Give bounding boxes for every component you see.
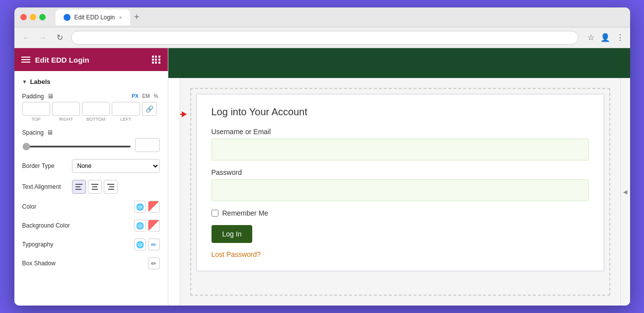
alignment-buttons bbox=[72, 180, 118, 194]
section-title: Labels bbox=[30, 78, 50, 85]
lost-password-link[interactable]: Lost Password? bbox=[212, 250, 261, 258]
nav-icons: ☆ 👤 ⋮ bbox=[587, 33, 624, 42]
password-label: Password bbox=[212, 168, 589, 176]
section-collapse-arrow: ▼ bbox=[22, 79, 27, 84]
typography-row: Typography 🌐 ✏ bbox=[22, 238, 160, 250]
back-button[interactable]: ← bbox=[20, 32, 32, 44]
padding-top-input[interactable] bbox=[22, 102, 50, 116]
sidebar-content: ▼ Labels Padding 🖥 PX EM % bbox=[14, 71, 168, 306]
unit-buttons: PX EM % bbox=[130, 93, 159, 99]
address-bar[interactable] bbox=[71, 31, 578, 45]
unit-px-button[interactable]: PX bbox=[130, 93, 140, 99]
slider-container bbox=[22, 141, 131, 150]
top-label: TOP bbox=[22, 117, 50, 122]
typography-edit-button[interactable]: ✏ bbox=[148, 238, 160, 250]
border-type-select[interactable]: None bbox=[72, 159, 160, 173]
typography-globe-button[interactable]: 🌐 bbox=[134, 238, 146, 250]
spacing-monitor-icon: 🖥 bbox=[47, 129, 53, 136]
minimize-button[interactable] bbox=[30, 14, 36, 20]
color-label: Color bbox=[22, 203, 87, 210]
arrow-indicator bbox=[180, 114, 186, 115]
login-button[interactable]: Log In bbox=[212, 225, 253, 243]
remember-me-checkbox[interactable] bbox=[212, 210, 218, 217]
color-swatch-button[interactable] bbox=[148, 201, 160, 213]
maximize-button[interactable] bbox=[39, 14, 46, 20]
align-right-button[interactable] bbox=[104, 180, 118, 194]
bg-color-label: Background Color bbox=[22, 222, 87, 229]
star-button[interactable]: ☆ bbox=[587, 33, 594, 42]
login-form-widget: Log into Your Account Username or Email … bbox=[196, 94, 604, 271]
svg-rect-2 bbox=[75, 189, 81, 190]
color-row: Color 🌐 bbox=[22, 201, 160, 213]
box-shadow-row: Box Shadow ✏ bbox=[22, 257, 160, 269]
labels-section-header[interactable]: ▼ Labels bbox=[22, 78, 160, 85]
content-body: Log into Your Account Username or Email … bbox=[168, 78, 630, 306]
traffic-lights bbox=[20, 14, 46, 20]
menu-button[interactable]: ⋮ bbox=[616, 33, 624, 42]
spacing-row bbox=[22, 138, 160, 152]
password-input[interactable] bbox=[212, 179, 589, 201]
padding-label-row: Padding 🖥 PX EM % bbox=[22, 92, 160, 100]
spacing-input[interactable] bbox=[135, 138, 160, 152]
tab-title: Edit EDD Login bbox=[74, 14, 115, 21]
unit-em-button[interactable]: EM bbox=[141, 93, 151, 99]
padding-left-input[interactable] bbox=[112, 102, 140, 116]
svg-rect-8 bbox=[108, 189, 114, 190]
typography-buttons: 🌐 ✏ bbox=[134, 238, 160, 250]
padding-grid: 🔗 bbox=[22, 102, 160, 116]
login-form-title: Log into Your Account bbox=[212, 106, 589, 118]
padding-link-button[interactable]: 🔗 bbox=[142, 102, 157, 116]
padding-bottom-input[interactable] bbox=[82, 102, 110, 116]
right-label: RIGHT bbox=[52, 117, 80, 122]
padding-right-input[interactable] bbox=[52, 102, 80, 116]
color-globe-button[interactable]: 🌐 bbox=[134, 201, 146, 213]
border-type-label: Border Type bbox=[22, 162, 72, 169]
spacing-slider[interactable] bbox=[22, 146, 131, 148]
content-area: Log into Your Account Username or Email … bbox=[168, 48, 630, 306]
remember-me-row: Remember Me bbox=[212, 209, 589, 217]
unit-pct-button[interactable]: % bbox=[152, 93, 160, 99]
bg-color-swatch-button[interactable] bbox=[148, 220, 160, 232]
spacing-form-row: Spacing 🖥 bbox=[22, 129, 160, 152]
padding-row: Padding 🖥 PX EM % 🔗 bbox=[22, 92, 160, 122]
align-center-button[interactable] bbox=[88, 180, 102, 194]
typography-label: Typography bbox=[22, 241, 87, 248]
username-input[interactable] bbox=[212, 139, 589, 160]
grid-icon[interactable] bbox=[152, 56, 161, 64]
active-tab[interactable]: Edit EDD Login × bbox=[56, 9, 130, 25]
align-left-button[interactable] bbox=[72, 180, 86, 194]
profile-button[interactable]: 👤 bbox=[600, 33, 610, 42]
hamburger-icon[interactable] bbox=[21, 57, 30, 63]
new-tab-button[interactable]: + bbox=[132, 12, 142, 22]
sidebar-title: Edit EDD Login bbox=[35, 56, 89, 64]
forward-button[interactable]: → bbox=[37, 32, 49, 44]
box-shadow-edit-button[interactable]: ✏ bbox=[148, 257, 160, 269]
title-bar: Edit EDD Login × + bbox=[14, 7, 630, 27]
refresh-button[interactable]: ↻ bbox=[54, 32, 66, 44]
remember-me-label: Remember Me bbox=[222, 209, 269, 217]
tab-favicon bbox=[64, 14, 71, 21]
color-buttons: 🌐 bbox=[134, 201, 160, 213]
right-panel-toggle[interactable]: ◀ bbox=[620, 78, 630, 306]
svg-rect-0 bbox=[75, 184, 82, 185]
padding-labels: TOP RIGHT BOTTOM LEFT bbox=[22, 117, 160, 122]
border-type-row: Border Type None bbox=[22, 159, 160, 173]
spacing-label-row: Spacing 🖥 bbox=[22, 129, 160, 136]
padding-monitor-icon: 🖥 bbox=[47, 92, 54, 100]
text-alignment-label: Text Alignment bbox=[22, 183, 72, 190]
tab-close-icon[interactable]: × bbox=[119, 14, 122, 20]
svg-rect-4 bbox=[92, 186, 97, 187]
svg-rect-5 bbox=[92, 189, 98, 190]
close-button[interactable] bbox=[20, 14, 27, 20]
bg-color-buttons: 🌐 bbox=[134, 220, 160, 232]
browser-window: Edit EDD Login × + ← → ↻ ☆ 👤 ⋮ Edit E bbox=[14, 7, 630, 306]
bg-color-globe-button[interactable]: 🌐 bbox=[134, 220, 146, 232]
page-area: Log into Your Account Username or Email … bbox=[180, 78, 620, 306]
widget-container: Log into Your Account Username or Email … bbox=[190, 88, 610, 296]
tab-area: Edit EDD Login × + bbox=[56, 9, 142, 25]
spacing-label: Spacing bbox=[22, 129, 44, 136]
arrow-line bbox=[180, 114, 186, 115]
padding-label: Padding bbox=[22, 93, 44, 100]
bg-color-row: Background Color 🌐 bbox=[22, 220, 160, 232]
username-label: Username or Email bbox=[212, 128, 589, 136]
